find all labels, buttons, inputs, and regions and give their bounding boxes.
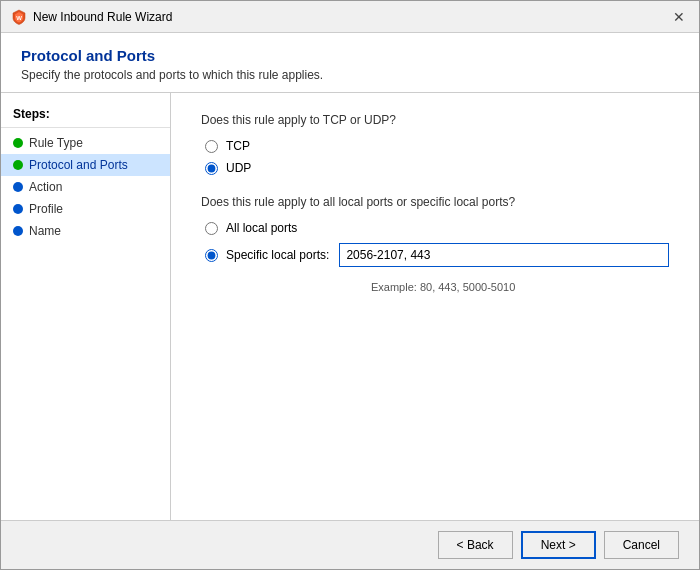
next-button[interactable]: Next > xyxy=(521,531,596,559)
close-button[interactable]: ✕ xyxy=(669,9,689,25)
dot-icon-profile xyxy=(13,204,23,214)
sidebar-item-name[interactable]: Name xyxy=(1,220,170,242)
tcp-radio-row[interactable]: TCP xyxy=(205,139,669,153)
ports-radio-group: All local ports Specific local ports: Ex… xyxy=(205,221,669,293)
dot-icon-action xyxy=(13,182,23,192)
cancel-button[interactable]: Cancel xyxy=(604,531,679,559)
sidebar-steps-label: Steps: xyxy=(1,103,170,128)
sidebar-label-protocol-ports: Protocol and Ports xyxy=(29,158,128,172)
shield-icon: W xyxy=(11,9,27,25)
page-title: Protocol and Ports xyxy=(21,47,679,64)
sidebar-item-profile[interactable]: Profile xyxy=(1,198,170,220)
specific-ports-radio[interactable] xyxy=(205,249,218,262)
protocol-radio-group: TCP UDP xyxy=(205,139,669,175)
sidebar-item-action[interactable]: Action xyxy=(1,176,170,198)
right-panel: Does this rule apply to TCP or UDP? TCP … xyxy=(171,93,699,520)
content-area: Steps: Rule Type Protocol and Ports Acti… xyxy=(1,93,699,520)
specific-ports-label: Specific local ports: xyxy=(226,248,329,262)
tcp-udp-question: Does this rule apply to TCP or UDP? xyxy=(201,113,669,127)
sidebar-item-protocol-ports[interactable]: Protocol and Ports xyxy=(1,154,170,176)
title-bar: W New Inbound Rule Wizard ✕ xyxy=(1,1,699,33)
udp-radio[interactable] xyxy=(205,162,218,175)
all-ports-label: All local ports xyxy=(226,221,297,235)
udp-label: UDP xyxy=(226,161,251,175)
dot-icon-protocol-ports xyxy=(13,160,23,170)
all-ports-radio[interactable] xyxy=(205,222,218,235)
sidebar-label-name: Name xyxy=(29,224,61,238)
ports-input[interactable] xyxy=(339,243,669,267)
sidebar: Steps: Rule Type Protocol and Ports Acti… xyxy=(1,93,171,520)
sidebar-label-profile: Profile xyxy=(29,202,63,216)
all-ports-radio-row[interactable]: All local ports xyxy=(205,221,669,235)
svg-text:W: W xyxy=(16,15,22,21)
footer: < Back Next > Cancel xyxy=(1,520,699,569)
page-header: Protocol and Ports Specify the protocols… xyxy=(1,33,699,93)
ports-question: Does this rule apply to all local ports … xyxy=(201,195,669,209)
specific-ports-radio-row[interactable]: Specific local ports: xyxy=(205,248,329,262)
tcp-label: TCP xyxy=(226,139,250,153)
dot-icon-name xyxy=(13,226,23,236)
title-bar-left: W New Inbound Rule Wizard xyxy=(11,9,172,25)
title-bar-text: New Inbound Rule Wizard xyxy=(33,10,172,24)
tcp-radio[interactable] xyxy=(205,140,218,153)
back-button[interactable]: < Back xyxy=(438,531,513,559)
ports-example: Example: 80, 443, 5000-5010 xyxy=(371,281,669,293)
dot-icon-rule-type xyxy=(13,138,23,148)
wizard-window: W New Inbound Rule Wizard ✕ Protocol and… xyxy=(0,0,700,570)
udp-radio-row[interactable]: UDP xyxy=(205,161,669,175)
sidebar-label-rule-type: Rule Type xyxy=(29,136,83,150)
page-description: Specify the protocols and ports to which… xyxy=(21,68,679,82)
specific-ports-row: Specific local ports: xyxy=(205,243,669,267)
sidebar-item-rule-type[interactable]: Rule Type xyxy=(1,132,170,154)
sidebar-label-action: Action xyxy=(29,180,62,194)
